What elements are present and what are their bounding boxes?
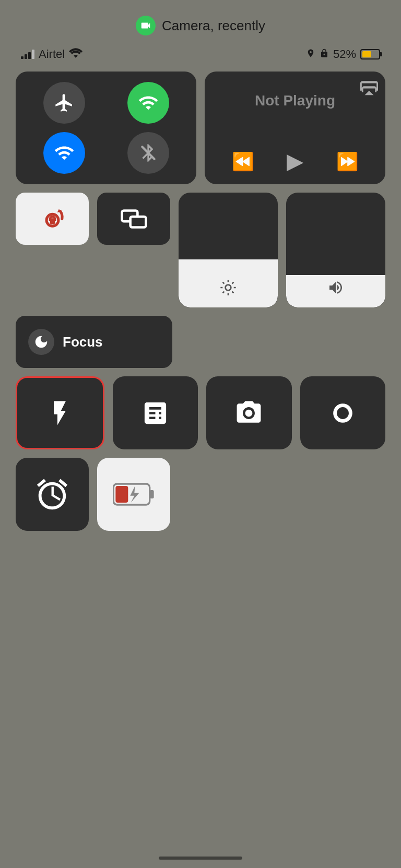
calculator-icon (141, 399, 170, 427)
calculator-button[interactable] (113, 376, 198, 449)
battery-fill (362, 51, 371, 57)
airplay-icon (360, 79, 378, 97)
focus-button[interactable]: Focus (16, 316, 172, 368)
rewind-button[interactable]: ⏪ (232, 151, 254, 172)
fast-forward-button[interactable]: ⏩ (336, 151, 358, 172)
svg-rect-4 (130, 216, 146, 227)
moon-icon (33, 334, 49, 350)
left-col-top (16, 193, 170, 307)
brightness-icon (220, 279, 237, 298)
flashlight-icon (45, 399, 74, 427)
camera-icon (234, 399, 263, 427)
battery-percent: 52% (333, 47, 356, 61)
cellular-icon (138, 92, 159, 113)
wifi-status-icon (69, 48, 82, 61)
airplay-button[interactable] (360, 79, 378, 99)
signal-bars (21, 50, 34, 59)
screen-record-button[interactable] (300, 376, 386, 449)
row-3 (16, 376, 385, 449)
volume-icon (327, 279, 344, 298)
now-playing-panel: Not Playing ⏪ ▶ ⏩ (205, 72, 385, 184)
cellular-button[interactable] (127, 82, 169, 124)
camera-button[interactable] (206, 376, 292, 449)
location-icon (306, 49, 315, 61)
camera-dot (136, 16, 156, 35)
battery-icon (360, 49, 380, 60)
screen-mirror-button[interactable] (97, 193, 170, 245)
svg-rect-9 (150, 490, 154, 498)
play-button[interactable]: ▶ (287, 148, 303, 174)
focus-label: Focus (63, 334, 103, 350)
not-playing-label: Not Playing (215, 92, 375, 109)
flashlight-button[interactable] (16, 376, 104, 449)
status-bar: Airtel 52% (0, 43, 401, 72)
alarm-icon (34, 476, 70, 513)
screen-mirror-icon (120, 205, 148, 233)
screen-record-icon (328, 399, 357, 427)
signal-bar-4 (32, 50, 34, 59)
camera-indicator: Camera, recently (0, 0, 401, 43)
volume-slider[interactable] (286, 193, 385, 307)
row-2-bottom: Focus (16, 316, 385, 368)
control-center: Not Playing ⏪ ▶ ⏩ (0, 72, 401, 531)
camera-recently-label: Camera, recently (162, 18, 265, 34)
svg-rect-8 (115, 486, 128, 503)
battery-widget-button[interactable] (97, 458, 170, 531)
rotation-lock-icon (38, 205, 67, 233)
bluetooth-icon (138, 142, 159, 163)
airplane-icon (54, 92, 75, 113)
row-2-top (16, 193, 385, 307)
svg-point-6 (337, 407, 349, 419)
status-left: Airtel (21, 47, 82, 61)
alarm-button[interactable] (16, 458, 89, 531)
airplane-mode-button[interactable] (43, 82, 85, 124)
brightness-slider[interactable] (179, 193, 278, 307)
row-1: Not Playing ⏪ ▶ ⏩ (16, 72, 385, 184)
connectivity-panel (16, 72, 196, 184)
lock-icon (320, 49, 329, 60)
bluetooth-button[interactable] (127, 132, 169, 174)
row-4 (16, 458, 385, 531)
carrier-name: Airtel (39, 47, 65, 61)
signal-bar-1 (21, 56, 23, 59)
home-indicator (159, 857, 242, 860)
status-right: 52% (306, 47, 380, 61)
camera-dot-icon (140, 20, 151, 31)
media-controls: ⏪ ▶ ⏩ (215, 148, 375, 174)
row-2: Focus (16, 193, 385, 368)
focus-moon-bg (28, 329, 54, 355)
wifi-button[interactable] (43, 132, 85, 174)
signal-bar-2 (25, 54, 27, 59)
low-battery-icon (113, 481, 155, 507)
wifi-icon (54, 142, 75, 163)
signal-bar-3 (28, 52, 31, 59)
rotation-lock-button[interactable] (16, 193, 89, 245)
